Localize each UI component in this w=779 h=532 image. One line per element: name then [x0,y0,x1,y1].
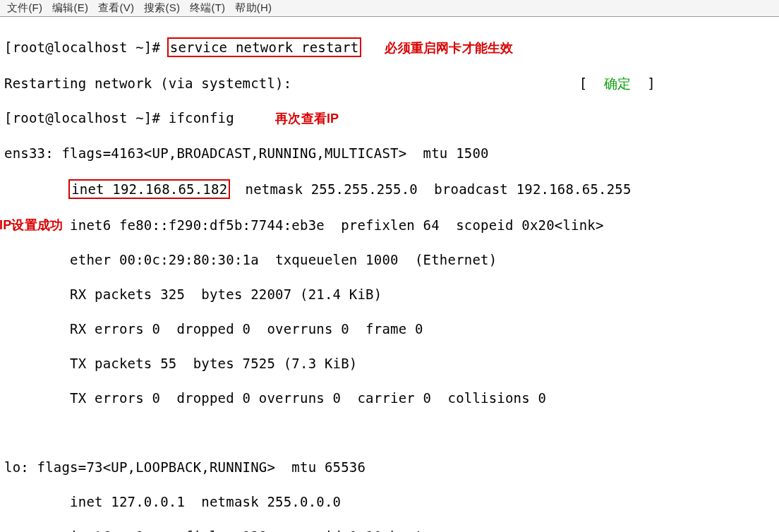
prompt-line-1: [root@localhost ~]# service network rest… [4,37,775,58]
prompt-line-2: [root@localhost ~]# ifconfig 再次查看IP [4,109,775,128]
inet-ip-box: inet 192.168.65.182 [68,179,230,200]
restart-output-line: Restarting network (via systemctl): [ 确定… [4,75,775,92]
menu-view[interactable]: 查看(V) [98,0,134,17]
ens33-header: ens33: flags=4163<UP,BROADCAST,RUNNING,M… [4,145,775,162]
annotation-check-again: 再次查看IP [275,111,339,126]
restart-output-text: Restarting network (via systemctl): [4,75,291,91]
annotation-must-restart: 必须重启网卡才能生效 [385,41,513,55]
bracket-right: ] [647,75,656,91]
shell-prompt: [root@localhost ~]# [4,110,169,126]
ens33-rx-errors: RX errors 0 dropped 0 overruns 0 frame 0 [4,320,775,338]
menu-edit[interactable]: 编辑(E) [52,0,88,17]
lo-inet: inet 127.0.0.1 netmask 255.0.0.0 [4,493,775,511]
command-ifconfig: ifconfig [169,110,234,126]
annotation-ip-success: IP设置成功 [0,217,63,234]
blank-line [4,424,775,442]
status-ok: 确定 [587,75,647,91]
command-restart-box: service network restart [167,37,362,58]
menu-search[interactable]: 搜索(S) [144,0,180,17]
menu-file[interactable]: 文件(F) [7,0,42,17]
shell-prompt: [root@localhost ~]# [4,40,169,55]
terminal-output[interactable]: [root@localhost ~]# service network rest… [0,17,779,532]
ens33-tx-errors: TX errors 0 dropped 0 overruns 0 carrier… [4,389,775,407]
menu-help[interactable]: 帮助(H) [235,0,272,17]
ens33-ether-line: ether 00:0c:29:80:30:1a txqueuelen 1000 … [4,251,775,269]
menu-terminal[interactable]: 终端(T) [190,0,225,17]
lo-inet6: inet6 ::1 prefixlen 128 scopeid 0x10<hos… [4,528,775,533]
bracket-left: [ [579,75,588,91]
ens33-tx-packets: TX packets 55 bytes 7525 (7.3 KiB) [4,355,775,373]
menubar: 文件(F) 编辑(E) 查看(V) 搜索(S) 终端(T) 帮助(H) [0,0,779,17]
lo-header: lo: flags=73<UP,LOOPBACK,RUNNING> mtu 65… [4,459,775,476]
ens33-inet6-text: inet6 fe80::f290:df5b:7744:eb3e prefixle… [4,217,604,233]
ens33-inet-line: inet 192.168.65.182 netmask 255.255.255.… [4,179,775,200]
ens33-inet6-line: IP设置成功 inet6 fe80::f290:df5b:7744:eb3e p… [4,217,775,234]
ens33-rx-packets: RX packets 325 bytes 22007 (21.4 KiB) [4,286,775,303]
ens33-inet-rest: netmask 255.255.255.0 broadcast 192.168.… [229,181,631,197]
